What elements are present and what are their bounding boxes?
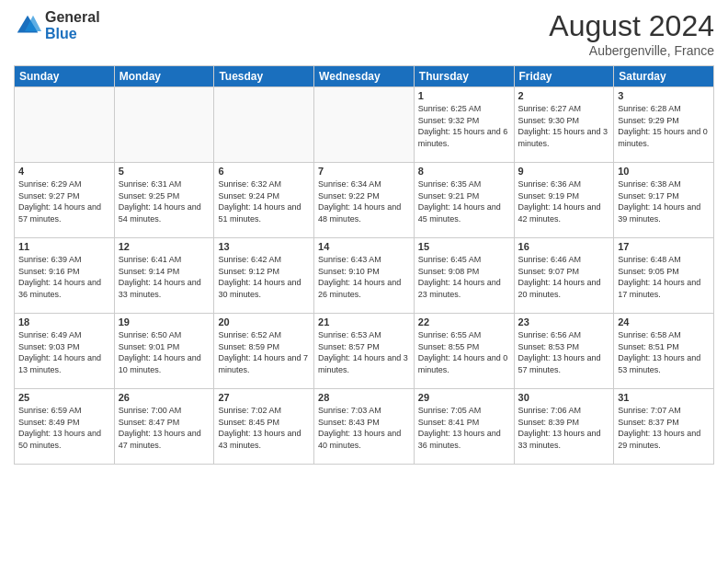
- day-number: 14: [318, 241, 410, 252]
- day-info: Sunrise: 7:03 AMSunset: 8:43 PMDaylight:…: [318, 405, 410, 451]
- day-number: 30: [518, 392, 610, 403]
- day-number: 9: [518, 166, 610, 177]
- col-sunday: Sunday: [15, 66, 115, 87]
- calendar-cell: [114, 87, 214, 163]
- day-number: 1: [418, 90, 510, 101]
- day-number: 28: [318, 392, 410, 403]
- day-info: Sunrise: 6:52 AMSunset: 8:59 PMDaylight:…: [218, 329, 310, 375]
- day-number: 23: [518, 316, 610, 327]
- calendar-week-row: 1Sunrise: 6:25 AMSunset: 9:32 PMDaylight…: [15, 87, 714, 163]
- day-info: Sunrise: 6:41 AMSunset: 9:14 PMDaylight:…: [119, 254, 210, 300]
- location: Aubergenville, France: [549, 43, 714, 58]
- calendar-cell: 20Sunrise: 6:52 AMSunset: 8:59 PMDayligh…: [214, 314, 314, 389]
- calendar-cell: 21Sunrise: 6:53 AMSunset: 8:57 PMDayligh…: [314, 314, 415, 389]
- day-info: Sunrise: 6:39 AMSunset: 9:16 PMDaylight:…: [18, 254, 110, 300]
- day-info: Sunrise: 7:06 AMSunset: 8:39 PMDaylight:…: [518, 405, 610, 451]
- day-number: 21: [318, 316, 410, 327]
- day-number: 19: [119, 316, 210, 327]
- calendar-week-row: 11Sunrise: 6:39 AMSunset: 9:16 PMDayligh…: [15, 238, 714, 314]
- calendar-cell: 3Sunrise: 6:28 AMSunset: 9:29 PMDaylight…: [614, 87, 714, 163]
- calendar-cell: 9Sunrise: 6:36 AMSunset: 9:19 PMDaylight…: [514, 163, 614, 238]
- logo-blue-text: Blue: [45, 26, 100, 42]
- title-block: August 2024 Aubergenville, France: [549, 9, 714, 58]
- calendar-cell: 7Sunrise: 6:34 AMSunset: 9:22 PMDaylight…: [314, 163, 415, 238]
- calendar-cell: 23Sunrise: 6:56 AMSunset: 8:53 PMDayligh…: [514, 314, 614, 389]
- header: General Blue August 2024 Aubergenville, …: [14, 9, 714, 58]
- day-info: Sunrise: 6:42 AMSunset: 9:12 PMDaylight:…: [218, 254, 310, 300]
- calendar-cell: 28Sunrise: 7:03 AMSunset: 8:43 PMDayligh…: [314, 389, 415, 465]
- day-info: Sunrise: 6:56 AMSunset: 8:53 PMDaylight:…: [518, 329, 610, 375]
- day-info: Sunrise: 6:25 AMSunset: 9:32 PMDaylight:…: [418, 103, 510, 149]
- day-number: 22: [418, 316, 510, 327]
- calendar-cell: 27Sunrise: 7:02 AMSunset: 8:45 PMDayligh…: [214, 389, 314, 465]
- day-number: 8: [418, 166, 510, 177]
- calendar-cell: 31Sunrise: 7:07 AMSunset: 8:37 PMDayligh…: [614, 389, 714, 465]
- calendar-cell: 30Sunrise: 7:06 AMSunset: 8:39 PMDayligh…: [514, 389, 614, 465]
- calendar-cell: 24Sunrise: 6:58 AMSunset: 8:51 PMDayligh…: [614, 314, 714, 389]
- day-info: Sunrise: 6:50 AMSunset: 9:01 PMDaylight:…: [119, 329, 210, 375]
- calendar-cell: 10Sunrise: 6:38 AMSunset: 9:17 PMDayligh…: [614, 163, 714, 238]
- calendar-cell: 15Sunrise: 6:45 AMSunset: 9:08 PMDayligh…: [414, 238, 514, 314]
- calendar-cell: 11Sunrise: 6:39 AMSunset: 9:16 PMDayligh…: [15, 238, 115, 314]
- day-info: Sunrise: 6:31 AMSunset: 9:25 PMDaylight:…: [119, 178, 210, 224]
- calendar-table: Sunday Monday Tuesday Wednesday Thursday…: [14, 65, 714, 465]
- col-monday: Monday: [114, 66, 214, 87]
- day-number: 31: [618, 392, 710, 403]
- calendar-cell: 19Sunrise: 6:50 AMSunset: 9:01 PMDayligh…: [114, 314, 214, 389]
- logo-general-text: General: [45, 9, 100, 26]
- calendar-week-row: 25Sunrise: 6:59 AMSunset: 8:49 PMDayligh…: [15, 389, 714, 465]
- day-info: Sunrise: 6:45 AMSunset: 9:08 PMDaylight:…: [418, 254, 510, 300]
- day-info: Sunrise: 6:28 AMSunset: 9:29 PMDaylight:…: [618, 103, 710, 149]
- col-wednesday: Wednesday: [314, 66, 415, 87]
- day-info: Sunrise: 6:36 AMSunset: 9:19 PMDaylight:…: [518, 178, 610, 224]
- day-number: 17: [618, 241, 710, 252]
- day-number: 24: [618, 316, 710, 327]
- day-number: 11: [18, 241, 110, 252]
- calendar-cell: 17Sunrise: 6:48 AMSunset: 9:05 PMDayligh…: [614, 238, 714, 314]
- calendar-cell: 5Sunrise: 6:31 AMSunset: 9:25 PMDaylight…: [114, 163, 214, 238]
- day-number: 25: [18, 392, 110, 403]
- calendar-cell: 13Sunrise: 6:42 AMSunset: 9:12 PMDayligh…: [214, 238, 314, 314]
- calendar-cell: 8Sunrise: 6:35 AMSunset: 9:21 PMDaylight…: [414, 163, 514, 238]
- day-number: 2: [518, 90, 610, 101]
- day-info: Sunrise: 6:29 AMSunset: 9:27 PMDaylight:…: [18, 178, 110, 224]
- day-info: Sunrise: 7:02 AMSunset: 8:45 PMDaylight:…: [218, 405, 310, 451]
- day-info: Sunrise: 6:46 AMSunset: 9:07 PMDaylight:…: [518, 254, 610, 300]
- logo-icon: [14, 12, 41, 40]
- day-number: 6: [218, 166, 310, 177]
- calendar-cell: 18Sunrise: 6:49 AMSunset: 9:03 PMDayligh…: [15, 314, 115, 389]
- logo-text: General Blue: [45, 9, 100, 41]
- day-info: Sunrise: 6:53 AMSunset: 8:57 PMDaylight:…: [318, 329, 410, 375]
- day-info: Sunrise: 6:38 AMSunset: 9:17 PMDaylight:…: [618, 178, 710, 224]
- day-info: Sunrise: 6:55 AMSunset: 8:55 PMDaylight:…: [418, 329, 510, 375]
- calendar-week-row: 18Sunrise: 6:49 AMSunset: 9:03 PMDayligh…: [15, 314, 714, 389]
- day-number: 5: [119, 166, 210, 177]
- col-saturday: Saturday: [614, 66, 714, 87]
- calendar-week-row: 4Sunrise: 6:29 AMSunset: 9:27 PMDaylight…: [15, 163, 714, 238]
- calendar-cell: 14Sunrise: 6:43 AMSunset: 9:10 PMDayligh…: [314, 238, 415, 314]
- day-info: Sunrise: 6:48 AMSunset: 9:05 PMDaylight:…: [618, 254, 710, 300]
- calendar-cell: 2Sunrise: 6:27 AMSunset: 9:30 PMDaylight…: [514, 87, 614, 163]
- day-info: Sunrise: 7:07 AMSunset: 8:37 PMDaylight:…: [618, 405, 710, 451]
- day-info: Sunrise: 7:05 AMSunset: 8:41 PMDaylight:…: [418, 405, 510, 451]
- day-number: 27: [218, 392, 310, 403]
- day-info: Sunrise: 7:00 AMSunset: 8:47 PMDaylight:…: [119, 405, 210, 451]
- day-info: Sunrise: 6:34 AMSunset: 9:22 PMDaylight:…: [318, 178, 410, 224]
- day-number: 10: [618, 166, 710, 177]
- day-number: 12: [119, 241, 210, 252]
- day-info: Sunrise: 6:59 AMSunset: 8:49 PMDaylight:…: [18, 405, 110, 451]
- day-number: 13: [218, 241, 310, 252]
- calendar-cell: 12Sunrise: 6:41 AMSunset: 9:14 PMDayligh…: [114, 238, 214, 314]
- logo: General Blue: [14, 9, 100, 41]
- day-number: 4: [18, 166, 110, 177]
- day-info: Sunrise: 6:32 AMSunset: 9:24 PMDaylight:…: [218, 178, 310, 224]
- calendar-cell: [314, 87, 415, 163]
- day-number: 18: [18, 316, 110, 327]
- calendar-cell: 22Sunrise: 6:55 AMSunset: 8:55 PMDayligh…: [414, 314, 514, 389]
- col-tuesday: Tuesday: [214, 66, 314, 87]
- calendar-cell: 25Sunrise: 6:59 AMSunset: 8:49 PMDayligh…: [15, 389, 115, 465]
- col-friday: Friday: [514, 66, 614, 87]
- main-container: General Blue August 2024 Aubergenville, …: [0, 0, 728, 563]
- calendar-cell: [15, 87, 115, 163]
- calendar-cell: 16Sunrise: 6:46 AMSunset: 9:07 PMDayligh…: [514, 238, 614, 314]
